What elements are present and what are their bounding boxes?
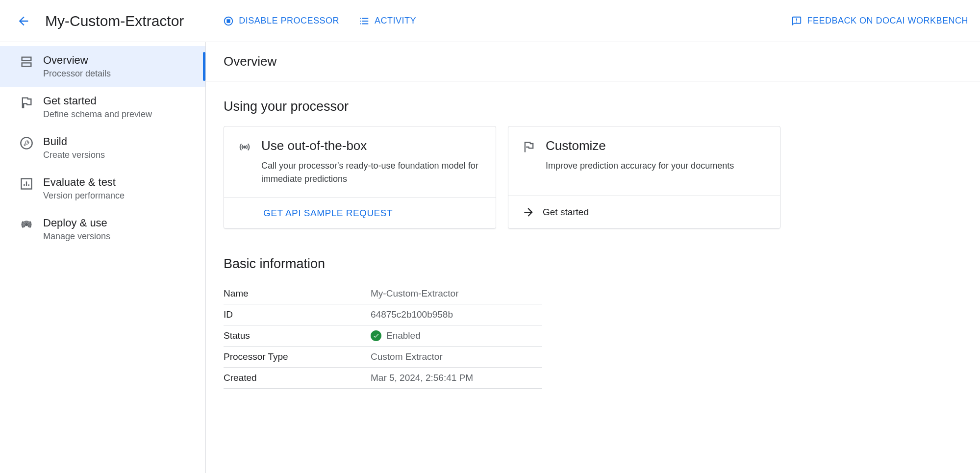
info-value: 64875c2b100b958b bbox=[371, 304, 542, 325]
card-out-of-box: Use out-of-the-box Call your processor's… bbox=[224, 126, 496, 229]
status-text: Enabled bbox=[386, 330, 421, 341]
info-value: Custom Extractor bbox=[371, 347, 542, 368]
sidebar-item-deploy[interactable]: Deploy & use Manage versions bbox=[0, 209, 205, 249]
basic-info-title: Basic information bbox=[224, 256, 962, 272]
stop-icon bbox=[223, 16, 234, 26]
sidebar-item-sub: Processor details bbox=[43, 69, 111, 79]
svg-point-2 bbox=[25, 224, 28, 226]
flag-icon bbox=[522, 140, 536, 154]
sidebar-item-label: Overview bbox=[43, 54, 111, 67]
header-actions: Disable Processor Activity Feedback on D… bbox=[223, 16, 968, 26]
info-label: Processor Type bbox=[224, 347, 371, 368]
table-row: Created Mar 5, 2024, 2:56:41 PM bbox=[224, 368, 542, 389]
get-started-button[interactable]: Get started bbox=[522, 206, 589, 219]
cards-row: Use out-of-the-box Call your processor's… bbox=[224, 126, 962, 229]
activity-label: Activity bbox=[375, 16, 416, 26]
sidebar-item-overview[interactable]: Overview Processor details bbox=[0, 46, 205, 87]
sidebar-item-sub: Define schema and preview bbox=[43, 109, 152, 120]
feedback-button[interactable]: Feedback on DocAI Workbench bbox=[791, 16, 968, 26]
card-desc: Improve prediction accuracy for your doc… bbox=[546, 159, 734, 173]
back-button[interactable] bbox=[12, 9, 35, 33]
svg-point-3 bbox=[243, 146, 246, 149]
info-label: ID bbox=[224, 304, 371, 325]
header: My-Custom-Extractor Disable Processor Ac… bbox=[0, 0, 980, 42]
main-title: Overview bbox=[224, 54, 962, 69]
feedback-label: Feedback on DocAI Workbench bbox=[807, 16, 968, 26]
sidebar-item-sub: Create versions bbox=[43, 150, 105, 160]
table-row: Status Enabled bbox=[224, 325, 542, 347]
sidebar-item-sub: Manage versions bbox=[43, 231, 110, 242]
check-icon bbox=[371, 330, 381, 341]
activity-button[interactable]: Activity bbox=[359, 16, 416, 26]
info-value: Mar 5, 2024, 2:56:41 PM bbox=[371, 368, 542, 389]
info-value: Enabled bbox=[371, 325, 542, 347]
feedback-icon bbox=[791, 16, 802, 26]
sidebar-item-build[interactable]: Build Create versions bbox=[0, 127, 205, 168]
broadcast-icon bbox=[238, 140, 251, 154]
sidebar-item-label: Get started bbox=[43, 95, 152, 107]
sidebar: Overview Processor details Get started D… bbox=[0, 42, 206, 473]
layout: Overview Processor details Get started D… bbox=[0, 42, 980, 473]
svg-point-0 bbox=[21, 137, 32, 149]
status-cell: Enabled bbox=[371, 330, 542, 341]
flag-icon bbox=[20, 96, 33, 109]
content: Using your processor Use out-of-the-box … bbox=[206, 81, 980, 406]
list-icon bbox=[359, 16, 370, 26]
info-label: Created bbox=[224, 368, 371, 389]
sidebar-item-get-started[interactable]: Get started Define schema and preview bbox=[0, 87, 205, 127]
overview-icon bbox=[20, 55, 33, 69]
table-row: Processor Type Custom Extractor bbox=[224, 347, 542, 368]
arrow-forward-icon bbox=[522, 206, 535, 219]
wrench-icon bbox=[20, 136, 33, 150]
info-label: Name bbox=[224, 283, 371, 304]
table-row: ID 64875c2b100b958b bbox=[224, 304, 542, 325]
arrow-back-icon bbox=[17, 14, 30, 28]
disable-label: Disable Processor bbox=[239, 16, 339, 26]
sidebar-item-label: Deploy & use bbox=[43, 217, 110, 229]
page-title: My-Custom-Extractor bbox=[45, 13, 184, 29]
sidebar-item-sub: Version performance bbox=[43, 191, 125, 201]
card-desc: Call your processor's ready-to-use found… bbox=[261, 159, 482, 186]
main-content: Overview Using your processor Use out-of… bbox=[206, 42, 980, 473]
table-row: Name My-Custom-Extractor bbox=[224, 283, 542, 304]
disable-processor-button[interactable]: Disable Processor bbox=[223, 16, 339, 26]
sidebar-item-evaluate[interactable]: Evaluate & test Version performance bbox=[0, 168, 205, 209]
card-title: Use out-of-the-box bbox=[261, 138, 482, 153]
card-title: Customize bbox=[546, 138, 734, 153]
chart-icon bbox=[20, 177, 33, 191]
sidebar-item-label: Evaluate & test bbox=[43, 176, 125, 189]
using-section-title: Using your processor bbox=[224, 99, 962, 114]
card-customize: Customize Improve prediction accuracy fo… bbox=[508, 126, 780, 229]
get-api-sample-button[interactable]: Get API Sample Request bbox=[263, 208, 393, 219]
get-started-label: Get started bbox=[543, 207, 589, 218]
info-value: My-Custom-Extractor bbox=[371, 283, 542, 304]
broadcast-icon bbox=[20, 218, 33, 231]
basic-info-table: Name My-Custom-Extractor ID 64875c2b100b… bbox=[224, 283, 542, 389]
sidebar-item-label: Build bbox=[43, 135, 105, 148]
main-header: Overview bbox=[206, 42, 980, 81]
info-label: Status bbox=[224, 325, 371, 347]
